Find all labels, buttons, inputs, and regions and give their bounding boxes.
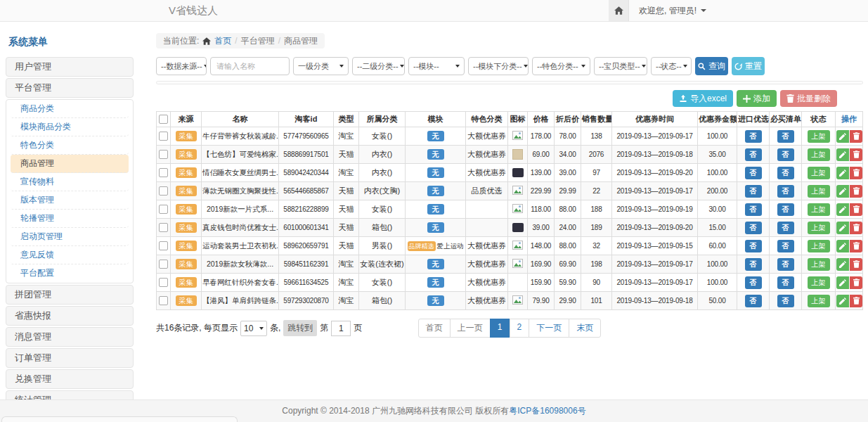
row-checkbox[interactable] [159, 186, 168, 196]
status-button[interactable]: 上架 [808, 295, 830, 307]
sidebar-subitem[interactable]: 宣传物料 [11, 173, 129, 191]
sidebar-item[interactable]: 订单管理 [6, 348, 134, 368]
imported-toggle-button[interactable]: 否 [745, 295, 762, 307]
row-checkbox[interactable] [159, 150, 168, 159]
row-checkbox[interactable] [159, 278, 168, 287]
filter-select-1[interactable]: 一级分类 [293, 57, 349, 75]
row-checkbox[interactable] [159, 223, 168, 232]
must-buy-toggle-button[interactable]: 否 [777, 222, 794, 234]
sidebar-subitem[interactable]: 意见反馈 [11, 246, 129, 264]
imported-toggle-button[interactable]: 否 [745, 240, 762, 252]
edit-button[interactable] [836, 276, 849, 289]
per-page-select[interactable]: 10 [240, 321, 267, 336]
sidebar-subitem[interactable]: 商品管理 [11, 155, 129, 173]
delete-button[interactable] [850, 295, 862, 307]
filter-select-3[interactable]: --模块-- [408, 57, 465, 75]
sidebar-subitem[interactable]: 启动页管理 [11, 228, 129, 246]
row-checkbox[interactable] [159, 260, 168, 269]
edit-button[interactable] [836, 222, 849, 234]
sidebar-item[interactable]: 兑换管理 [6, 369, 134, 389]
must-buy-toggle-button[interactable]: 否 [777, 276, 794, 289]
must-buy-toggle-button[interactable]: 否 [777, 130, 794, 143]
imported-toggle-button[interactable]: 否 [745, 130, 762, 143]
must-buy-toggle-button[interactable]: 否 [777, 203, 794, 216]
sidebar-item[interactable]: 拼团管理 [6, 285, 134, 305]
row-checkbox[interactable] [159, 241, 168, 250]
delete-button[interactable] [850, 276, 862, 289]
sidebar-subitem[interactable]: 轮播管理 [11, 210, 129, 228]
sidebar-subitem[interactable]: 版本管理 [11, 191, 129, 210]
imported-toggle-button[interactable]: 否 [745, 276, 762, 289]
name-search-input[interactable] [210, 57, 290, 75]
delete-button[interactable] [850, 240, 862, 252]
home-button[interactable] [609, 0, 629, 21]
row-checkbox[interactable] [159, 132, 168, 141]
edit-button[interactable] [836, 148, 849, 161]
imported-toggle-button[interactable]: 否 [745, 185, 762, 198]
edit-button[interactable] [836, 240, 849, 252]
imported-toggle-button[interactable]: 否 [745, 203, 762, 216]
jump-button[interactable]: 跳转到 [283, 320, 317, 336]
delete-button[interactable] [850, 130, 862, 143]
row-checkbox[interactable] [159, 168, 168, 177]
sidebar-item[interactable]: 消息管理 [6, 327, 134, 347]
imported-toggle-button[interactable]: 否 [745, 222, 762, 234]
filter-select-2[interactable]: --二级分类-- [352, 57, 405, 75]
delete-button[interactable] [850, 167, 862, 179]
page-number-input[interactable] [331, 321, 351, 336]
reset-button[interactable]: 重置 [732, 57, 765, 75]
sidebar-subitem[interactable]: 模块商品分类 [11, 118, 129, 136]
imported-toggle-button[interactable]: 否 [745, 148, 762, 161]
sidebar-subitem[interactable]: 平台配置 [11, 264, 129, 283]
select-all-checkbox[interactable] [159, 115, 168, 124]
edit-button[interactable] [836, 295, 849, 307]
sidebar-item-users[interactable]: 用户管理 [6, 57, 134, 77]
pager-button-1[interactable]: 1 [490, 319, 510, 338]
status-button[interactable]: 上架 [808, 258, 830, 271]
filter-select-4[interactable]: --模块下分类-- [468, 57, 529, 75]
user-menu[interactable]: 欢迎您, 管理员! [629, 0, 716, 21]
status-button[interactable]: 上架 [808, 185, 830, 198]
must-buy-toggle-button[interactable]: 否 [777, 240, 794, 252]
sidebar-item-platform[interactable]: 平台管理 [6, 78, 134, 98]
must-buy-toggle-button[interactable]: 否 [777, 258, 794, 271]
status-button[interactable]: 上架 [808, 222, 830, 234]
edit-button[interactable] [836, 167, 849, 179]
pager-button-首页[interactable]: 首页 [418, 319, 451, 338]
pager-button-2[interactable]: 2 [510, 319, 530, 338]
sidebar-item[interactable]: 省惠快报 [6, 306, 134, 326]
add-button[interactable]: 添加 [737, 90, 777, 107]
data-source-select[interactable]: --数据来源-- [156, 57, 207, 75]
breadcrumb-home-link[interactable]: 首页 [214, 35, 231, 47]
row-checkbox[interactable] [159, 296, 168, 305]
delete-button[interactable] [850, 258, 862, 271]
must-buy-toggle-button[interactable]: 否 [777, 167, 794, 179]
status-button[interactable]: 上架 [808, 130, 830, 143]
filter-select-7[interactable]: --状态-- [651, 57, 692, 75]
status-button[interactable]: 上架 [808, 276, 830, 289]
pager-button-末页[interactable]: 末页 [569, 319, 601, 338]
filter-select-6[interactable]: --宝贝类型-- [594, 57, 647, 75]
status-button[interactable]: 上架 [808, 203, 830, 216]
filter-select-5[interactable]: --特色分类-- [532, 57, 590, 75]
edit-button[interactable] [836, 203, 849, 216]
imported-toggle-button[interactable]: 否 [745, 258, 762, 271]
batch-delete-button[interactable]: 批量删除 [780, 90, 837, 107]
pager-button-下一页[interactable]: 下一页 [529, 319, 569, 338]
must-buy-toggle-button[interactable]: 否 [777, 185, 794, 198]
row-checkbox[interactable] [159, 205, 168, 214]
query-button[interactable]: 查询 [695, 57, 728, 75]
pager-button-上一页[interactable]: 上一页 [450, 319, 491, 338]
must-buy-toggle-button[interactable]: 否 [777, 295, 794, 307]
import-excel-button[interactable]: 导入excel [673, 90, 733, 107]
status-button[interactable]: 上架 [808, 240, 830, 252]
delete-button[interactable] [850, 203, 862, 216]
status-button[interactable]: 上架 [808, 148, 830, 161]
imported-toggle-button[interactable]: 否 [745, 167, 762, 179]
icp-link[interactable]: 粤ICP备16098006号 [509, 405, 585, 417]
status-button[interactable]: 上架 [808, 167, 830, 179]
delete-button[interactable] [850, 222, 862, 234]
edit-button[interactable] [836, 130, 849, 143]
sidebar-subitem[interactable]: 商品分类 [11, 100, 129, 118]
must-buy-toggle-button[interactable]: 否 [777, 148, 794, 161]
